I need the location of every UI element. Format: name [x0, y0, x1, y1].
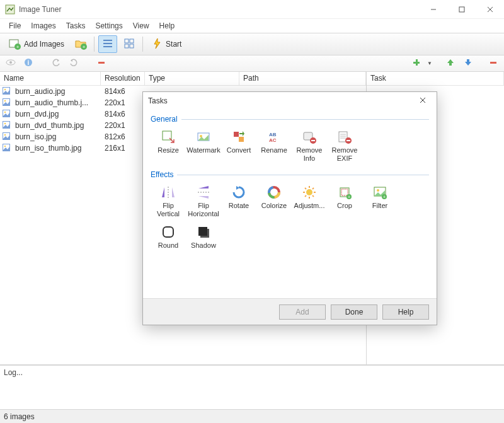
task-label: Convert — [227, 146, 251, 154]
minus-icon — [489, 58, 498, 69]
svg-point-28 — [4, 100, 6, 101]
menu-file[interactable]: File — [4, 20, 26, 32]
col-path[interactable]: Path — [239, 72, 366, 85]
task-rename[interactable]: ABACRename — [256, 126, 292, 165]
task-watermark[interactable]: Watermark — [186, 126, 221, 165]
tasks-dialog: Tasks General ResizeWatermarkConvertABAC… — [142, 91, 437, 325]
svg-rect-23 — [413, 62, 420, 64]
group-general-label: General — [151, 115, 429, 124]
col-type[interactable]: Type — [145, 72, 239, 85]
folder-add-icon: + — [74, 37, 87, 52]
svg-point-34 — [4, 134, 6, 135]
task-round[interactable]: Round — [151, 221, 186, 253]
image-file-icon — [0, 132, 11, 142]
col-name[interactable]: Name — [0, 72, 101, 85]
file-resolution: 220x1 — [101, 98, 145, 107]
svg-rect-13 — [125, 39, 129, 43]
menu-settings[interactable]: Settings — [90, 20, 127, 32]
log-text: Log... — [4, 368, 23, 377]
file-list-header: Name Resolution Type Path — [0, 72, 366, 86]
image-file-icon — [0, 121, 11, 130]
task-rotate[interactable]: Rotate — [221, 182, 256, 221]
svg-rect-43 — [239, 137, 244, 142]
svg-text:AC: AC — [269, 137, 277, 143]
task-crop[interactable]: +Crop — [327, 182, 362, 221]
info-button[interactable]: i — [21, 57, 35, 70]
close-button[interactable] — [476, 0, 504, 19]
task-colorize[interactable]: Colorize — [256, 182, 292, 221]
task-grid-effects: Flip VerticalFlip HorizontalRotateColori… — [151, 182, 429, 252]
menu-help[interactable]: Help — [154, 20, 180, 32]
close-icon — [420, 96, 426, 105]
add-folder-button[interactable]: + — [71, 35, 90, 53]
menu-tasks[interactable]: Tasks — [61, 20, 91, 32]
plus-icon — [412, 58, 421, 69]
task-label: Rename — [261, 146, 287, 154]
task-label: Shadow — [191, 241, 216, 250]
task-up-button[interactable] — [444, 57, 457, 70]
watermark-icon — [196, 129, 211, 144]
add-images-button[interactable]: + Add Images — [4, 35, 69, 53]
task-remove-exif[interactable]: Remove EXIF — [327, 126, 362, 165]
maximize-button[interactable] — [447, 0, 476, 19]
task-label: Filter — [372, 202, 387, 210]
svg-text:+: + — [383, 195, 386, 199]
task-grid-general: ResizeWatermarkConvertABACRenameRemove I… — [151, 126, 429, 165]
arrow-up-green-icon — [446, 58, 455, 69]
svg-point-26 — [4, 88, 6, 90]
view-list-button[interactable] — [98, 35, 117, 53]
col-task[interactable]: Task — [367, 72, 504, 85]
task-remove-info[interactable]: Remove Info — [292, 126, 327, 165]
svg-text:+: + — [348, 195, 350, 199]
task-adjustment[interactable]: Adjustm... — [292, 182, 327, 221]
menu-view[interactable]: View — [128, 20, 154, 32]
add-button[interactable]: Add — [279, 304, 326, 320]
svg-point-18 — [9, 61, 12, 64]
file-name: burn_iso_thumb.jpg — [11, 144, 101, 153]
rotate-left-button[interactable] — [49, 57, 63, 70]
help-button[interactable]: Help — [382, 304, 429, 320]
add-images-label: Add Images — [24, 40, 64, 49]
remove-image-button[interactable] — [94, 57, 108, 70]
svg-text:i: i — [28, 59, 30, 66]
list-view-icon — [102, 38, 113, 51]
start-button[interactable]: Start — [147, 35, 186, 53]
task-flip-horizontal[interactable]: Flip Horizontal — [186, 182, 221, 221]
task-flip-vertical[interactable]: Flip Vertical — [151, 182, 186, 221]
file-resolution: 814x6 — [101, 110, 145, 119]
task-filter[interactable]: +Filter — [362, 182, 398, 221]
toolbar: + Add Images + Start — [0, 33, 504, 55]
dropdown-arrow-icon[interactable]: ▼ — [427, 61, 432, 66]
round-icon — [161, 224, 176, 240]
task-label: Round — [158, 241, 178, 250]
dialog-close-button[interactable] — [414, 94, 432, 108]
group-effects-label: Effects — [151, 170, 429, 179]
task-resize[interactable]: Resize — [151, 126, 186, 165]
task-label: Flip Horizontal — [186, 202, 220, 217]
svg-rect-14 — [130, 39, 134, 43]
task-down-button[interactable] — [461, 57, 475, 70]
file-resolution: 814x6 — [101, 87, 145, 96]
col-resolution[interactable]: Resolution — [101, 72, 145, 85]
status-text: 6 images — [4, 412, 35, 421]
minimize-button[interactable] — [419, 0, 447, 19]
add-task-button[interactable] — [410, 57, 423, 70]
file-name: burn_iso.jpg — [11, 132, 101, 141]
view-thumbnails-button[interactable] — [120, 35, 139, 53]
task-convert[interactable]: Convert — [221, 126, 256, 165]
svg-rect-15 — [125, 44, 129, 48]
rotate-right-button[interactable] — [67, 57, 81, 70]
dialog-body: General ResizeWatermarkConvertABACRename… — [143, 110, 437, 298]
menu-images[interactable]: Images — [26, 20, 60, 32]
preview-button[interactable] — [4, 57, 18, 70]
svg-line-67 — [312, 195, 314, 197]
remove-task-button[interactable] — [486, 57, 500, 70]
file-name: burn_dvd.jpg — [11, 110, 101, 119]
task-shadow[interactable]: Shadow — [186, 221, 221, 253]
task-label: Crop — [337, 202, 352, 210]
svg-point-61 — [306, 189, 312, 195]
grid-view-icon — [123, 38, 135, 51]
svg-point-75 — [377, 189, 379, 192]
done-button[interactable]: Done — [331, 304, 377, 320]
arrow-down-blue-icon — [464, 58, 472, 69]
